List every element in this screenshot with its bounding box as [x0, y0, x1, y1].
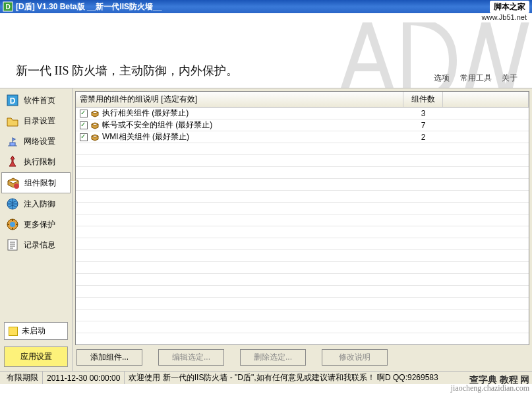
nav-label: 更多保护	[24, 219, 55, 230]
list-row-empty	[76, 286, 529, 298]
list-row-empty	[76, 262, 529, 274]
globe-icon	[5, 197, 20, 211]
listview: 需禁用的组件的组说明 [选定有效] 组件数 执行相关组件 (最好禁止)3帐号或不…	[75, 91, 529, 345]
edit-selected-button[interactable]: 编辑选定...	[158, 349, 224, 366]
watermark: 查字典 教程 网 jiaocheng.chazidian.com	[451, 376, 529, 393]
network-icon	[5, 134, 20, 148]
listview-header: 需禁用的组件的组说明 [选定有效] 组件数	[76, 92, 529, 108]
list-row-empty	[76, 191, 529, 203]
banner-menu: 选项 常用工具 关于	[426, 73, 517, 84]
row-count: 2	[403, 133, 443, 142]
list-row-empty	[76, 214, 529, 226]
row-checkbox[interactable]	[80, 121, 88, 129]
sidebar: D软件首页目录设置网络设置执行限制组件限制注入防御更多保护记录信息 未启动 应用…	[0, 88, 73, 371]
list-row-empty	[76, 321, 529, 333]
svg-rect-8	[8, 240, 17, 250]
nav-item-4[interactable]: 组件限制	[1, 172, 71, 193]
list-row-empty	[76, 298, 529, 310]
nav-item-7[interactable]: 记录信息	[1, 235, 71, 255]
nav-label: 目录设置	[24, 115, 55, 127]
list-row-empty	[76, 203, 529, 214]
exec-icon	[5, 154, 20, 169]
component-icon	[6, 176, 20, 190]
nav-label: 组件限制	[24, 178, 56, 189]
modify-desc-button[interactable]: 修改说明	[322, 349, 388, 366]
row-label: WMI相关组件 (最好禁止)	[102, 131, 189, 143]
status-square-icon	[9, 327, 18, 336]
svg-point-7	[10, 222, 15, 227]
list-row-empty	[76, 155, 529, 167]
status-indicator: 未启动	[4, 322, 68, 340]
package-icon	[90, 109, 100, 118]
package-icon	[90, 133, 100, 142]
button-bar: 添加组件... 编辑选定... 删除选定... 修改说明	[75, 345, 529, 368]
titlebar: D [D盾] V1.30 Beta版 __新一代IIS防火墙__ 脚本之家	[0, 0, 532, 13]
delete-selected-button[interactable]: 删除选定...	[240, 349, 306, 366]
list-row-empty	[76, 167, 529, 179]
folder-icon	[5, 114, 20, 128]
status-label: 未启动	[22, 325, 45, 337]
slogan-text: 新一代 IIS 防火墙，主动防御，内外保护。	[16, 63, 238, 79]
nav-item-1[interactable]: 目录设置	[1, 111, 71, 131]
nav-item-0[interactable]: D软件首页	[1, 90, 71, 110]
svg-text:D: D	[5, 3, 10, 11]
branding-badge: 脚本之家	[490, 1, 529, 13]
package-icon	[90, 121, 100, 130]
main-panel: 需禁用的组件的组说明 [选定有效] 组件数 执行相关组件 (最好禁止)3帐号或不…	[73, 88, 532, 371]
nav-label: 软件首页	[24, 95, 55, 106]
app-icon: D	[3, 1, 13, 12]
workarea: D软件首页目录设置网络设置执行限制组件限制注入防御更多保护记录信息 未启动 应用…	[0, 88, 532, 371]
more-icon	[5, 217, 20, 232]
nav-item-2[interactable]: 网络设置	[1, 131, 71, 151]
list-row-empty	[76, 250, 529, 262]
window-title: [D盾] V1.30 Beta版 __新一代IIS防火墙__	[16, 1, 162, 13]
col-header-name[interactable]: 需禁用的组件的组说明 [选定有效]	[76, 92, 403, 107]
list-row-empty	[76, 226, 529, 238]
list-row-empty	[76, 143, 529, 155]
banner: 新一代 IIS 防火墙，主动防御，内外保护。 选项 常用工具 关于	[0, 22, 532, 88]
list-row-empty	[76, 238, 529, 250]
list-row-empty	[76, 274, 529, 286]
menu-about[interactable]: 关于	[502, 73, 517, 82]
menu-options[interactable]: 选项	[434, 73, 450, 82]
apply-settings-button[interactable]: 应用设置	[4, 346, 68, 367]
col-header-count[interactable]: 组件数	[403, 92, 443, 107]
nav-item-3[interactable]: 执行限制	[1, 152, 71, 172]
list-row-0[interactable]: 执行相关组件 (最好禁止)3	[76, 108, 529, 119]
row-label: 执行相关组件 (最好禁止)	[102, 108, 189, 119]
svg-point-4	[14, 183, 19, 189]
nav-item-6[interactable]: 更多保护	[1, 214, 71, 234]
svg-text:D: D	[10, 96, 16, 106]
list-row-1[interactable]: 帐号或不安全的组件 (最好禁止)7	[76, 119, 529, 131]
row-count: 7	[403, 121, 443, 130]
list-row-2[interactable]: WMI相关组件 (最好禁止)2	[76, 131, 529, 143]
menu-tools[interactable]: 常用工具	[460, 73, 492, 82]
col-header-pad	[443, 92, 529, 107]
list-row-empty	[76, 179, 529, 191]
watermark-line2: jiaocheng.chazidian.com	[451, 384, 529, 393]
nav-label: 注入防御	[24, 199, 55, 210]
list-row-empty	[76, 310, 529, 321]
url-line: www.Jb51.net	[0, 13, 532, 22]
nav-label: 网络设置	[24, 136, 55, 147]
row-checkbox[interactable]	[80, 110, 88, 117]
expire-label: 有限期限	[3, 372, 43, 384]
row-checkbox[interactable]	[80, 133, 88, 141]
nav-label: 执行限制	[24, 156, 55, 168]
list-row-empty	[76, 333, 529, 345]
nav-label: 记录信息	[24, 240, 55, 251]
home-icon: D	[5, 93, 20, 108]
log-icon	[5, 238, 20, 252]
expire-value: 2011-12-30 00:00:00	[43, 372, 125, 384]
listview-body[interactable]: 执行相关组件 (最好禁止)3帐号或不安全的组件 (最好禁止)7WMI相关组件 (…	[76, 108, 529, 345]
row-label: 帐号或不安全的组件 (最好禁止)	[102, 119, 212, 131]
row-count: 3	[403, 109, 443, 118]
add-component-button[interactable]: 添加组件...	[76, 349, 142, 366]
nav-item-5[interactable]: 注入防御	[1, 194, 71, 214]
